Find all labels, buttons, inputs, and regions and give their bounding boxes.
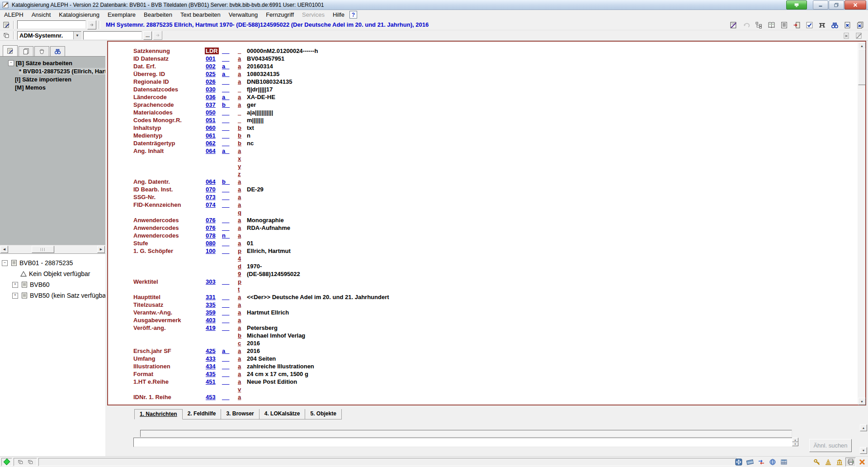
subfield-code[interactable]: a — [238, 224, 241, 231]
field-indicators[interactable]: __ — [222, 194, 229, 200]
list-icon[interactable] — [779, 20, 788, 29]
remote-support-button[interactable] — [786, 0, 807, 10]
field-indicators[interactable]: __ — [222, 55, 229, 62]
field-tag[interactable]: 359 — [206, 309, 216, 316]
subfield-code[interactable]: b — [238, 332, 241, 339]
field-value[interactable]: m||||||| — [247, 117, 264, 124]
field-tag[interactable]: 425 — [206, 348, 216, 354]
field-tag[interactable]: 076 — [206, 217, 216, 224]
subfield-code[interactable]: a — [238, 240, 241, 247]
field-tag[interactable]: 002 — [206, 63, 216, 70]
field-value[interactable]: 1970- — [247, 263, 262, 270]
subfield-code[interactable]: t — [238, 286, 240, 293]
tree-item-kein-objekt-verfügbar[interactable]: Kein Objekt verfügbar — [0, 268, 105, 279]
expander-minus-icon[interactable]: − — [8, 60, 14, 66]
close-all-icon[interactable] — [855, 20, 864, 29]
subfield-code[interactable]: d — [238, 263, 241, 270]
field-indicators[interactable]: __ — [222, 140, 229, 147]
scroll-up-button[interactable]: ▲ — [858, 42, 866, 49]
field-tag[interactable]: 026 — [206, 78, 216, 85]
message-input[interactable] — [133, 438, 793, 447]
subfield-code[interactable]: a — [238, 232, 241, 239]
subfield-code[interactable]: p — [238, 248, 241, 254]
library-icon[interactable] — [834, 457, 844, 467]
subfield-code[interactable]: x — [238, 155, 241, 162]
field-indicators[interactable]: a_ — [222, 348, 229, 354]
field-tag[interactable]: 070 — [206, 186, 216, 193]
subfield-code[interactable]: p — [238, 278, 241, 285]
tree-item-m-memos[interactable]: [M] Memos — [0, 83, 105, 91]
subfield-code[interactable]: a — [238, 217, 241, 224]
field-indicators[interactable]: __ — [222, 317, 229, 324]
subfield-code[interactable]: a — [238, 55, 241, 62]
sidebar-tab-binoculars[interactable] — [50, 46, 65, 56]
tree-item-bvb50-kein-satz-verfügbar[interactable]: +BVB50 (kein Satz verfügbar) — [0, 290, 105, 301]
field-indicators[interactable]: __ — [222, 363, 229, 370]
field-value[interactable]: n — [247, 132, 250, 139]
scroll-left-button[interactable]: ◀ — [0, 246, 8, 253]
field-value[interactable]: txt — [247, 124, 254, 131]
field-value[interactable]: Petersberg — [247, 324, 278, 331]
field-tag[interactable]: 434 — [206, 363, 216, 370]
field-indicators[interactable]: __ — [222, 309, 229, 316]
check-icon[interactable] — [805, 20, 814, 29]
sidebar-tab-pages[interactable] — [19, 46, 33, 56]
subfield-code[interactable]: a — [238, 186, 241, 193]
subfield-code[interactable]: a — [238, 101, 241, 108]
field-value[interactable]: 2016 — [247, 348, 260, 354]
bar-input[interactable] — [17, 20, 86, 29]
field-indicators[interactable]: __ — [222, 217, 229, 224]
book-icon[interactable] — [767, 20, 776, 29]
subfield-code[interactable]: a — [238, 201, 241, 208]
subfield-code[interactable]: b — [238, 140, 241, 147]
field-value[interactable]: f||dr|||||17 — [247, 86, 273, 93]
exit-icon[interactable] — [792, 20, 801, 29]
minimize-button[interactable] — [813, 0, 828, 10]
field-value[interactable]: ger — [247, 101, 256, 108]
chevron-down-icon[interactable]: ▼ — [73, 32, 81, 39]
messages-list[interactable] — [140, 430, 792, 437]
tree-item-bvb60[interactable]: +BVB60 — [0, 279, 105, 290]
subfield-code[interactable]: a — [238, 63, 241, 70]
field-tag[interactable]: 001 — [206, 55, 216, 62]
subfield-code[interactable]: a — [238, 363, 241, 370]
field-tag[interactable]: 331 — [206, 294, 216, 300]
field-tag[interactable]: 030 — [206, 86, 216, 93]
subfield-code[interactable]: v — [238, 386, 241, 393]
tab-4-lokalsätze[interactable]: 4. LOKalsätze — [259, 409, 306, 419]
close-session-icon[interactable] — [857, 457, 867, 467]
subfield-code[interactable]: _ — [238, 48, 241, 54]
spin-down-button[interactable]: ▼ — [792, 442, 798, 447]
tree-item-i-sätze-importieren[interactable]: [I] Sätze importieren — [0, 75, 105, 83]
subfield-code[interactable]: z — [238, 171, 241, 177]
field-indicators[interactable]: __ — [222, 371, 229, 377]
field-tag[interactable]: 451 — [206, 378, 216, 385]
field-indicators[interactable]: __ — [222, 109, 229, 116]
menu-exemplare[interactable]: Exemplare — [104, 10, 140, 19]
subfield-code[interactable]: a — [238, 378, 241, 385]
field-indicators[interactable]: __ — [222, 117, 229, 124]
browse-button[interactable]: ... — [143, 31, 152, 40]
subfield-code[interactable]: a — [238, 94, 241, 100]
menu-bearbeiten[interactable]: Bearbeiten — [140, 10, 176, 19]
expander-plus-icon[interactable]: + — [12, 282, 18, 288]
subfield-code[interactable]: a — [238, 309, 241, 316]
subfield-code[interactable]: 4 — [238, 255, 241, 262]
subfield-code[interactable]: a — [238, 194, 241, 200]
grid-icon[interactable] — [778, 457, 789, 467]
field-tag[interactable]: 037 — [206, 101, 216, 108]
field-value[interactable]: Neue Post Edition — [247, 378, 297, 385]
field-indicators[interactable]: __ — [222, 278, 229, 285]
field-tag[interactable]: 025 — [206, 71, 216, 77]
field-tag[interactable]: 073 — [206, 194, 216, 200]
field-value[interactable]: <<Der>> Deutsche Adel im 20. und 21. Jah… — [247, 294, 389, 300]
field-value[interactable]: XA-DE-HE — [247, 94, 275, 100]
subfield-code[interactable]: a — [238, 78, 241, 85]
field-value[interactable]: 2016 — [247, 340, 260, 347]
field-indicators[interactable]: a_ — [222, 63, 229, 70]
move-icon[interactable] — [733, 457, 744, 467]
menu-katalogisierung[interactable]: Katalogisierung — [55, 10, 104, 19]
tree-item-b-sätze-bearbeiten[interactable]: −[B] Sätze bearbeiten — [0, 59, 105, 67]
subfield-code[interactable]: a — [238, 355, 241, 362]
subfield-code[interactable]: c — [238, 340, 241, 347]
